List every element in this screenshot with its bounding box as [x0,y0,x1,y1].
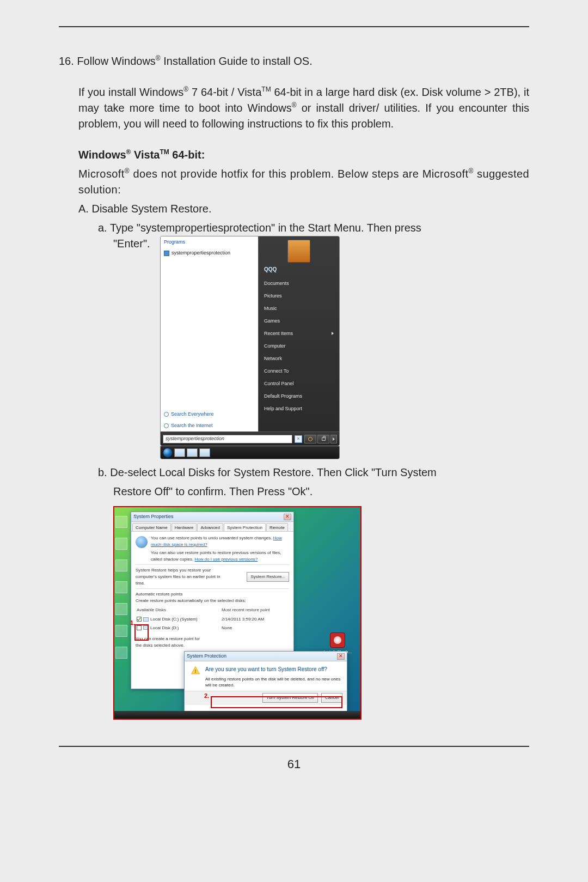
spacer [161,258,258,409]
sm-item-connect[interactable]: Connect To [259,365,339,378]
search-icon [164,412,169,417]
registered-mark: ® [125,167,130,175]
sm-item-help[interactable]: Help and Support [259,403,339,415]
intro-text: You can use restore points to undo unwan… [151,535,289,562]
tab-remote[interactable]: Remote [266,523,288,531]
search-internet[interactable]: Search the Internet [161,420,258,431]
sm-item-recent[interactable]: Recent Items [259,327,339,340]
sm-label: Control Panel [264,380,294,387]
taskbar-button[interactable] [187,448,198,457]
power-options-button[interactable] [330,435,337,443]
step-text-post: Installation Guide to install OS. [161,55,313,67]
user-name[interactable]: QQQ [259,264,339,277]
search-result[interactable]: systempropertiesprotection [161,248,258,258]
tab-computer-name[interactable]: Computer Name [132,523,171,531]
taskbar [160,446,340,459]
confirm-text: Are you sure you want to turn System Res… [205,666,341,689]
registered-mark: ® [156,54,161,62]
restore-row: System Restore helps you restore your co… [136,567,289,586]
search-input[interactable]: systempropertiesprotection [163,435,292,443]
separator [136,564,289,565]
window-titlebar: System Properties ✕ [131,512,293,522]
sm-item-pictures[interactable]: Pictures [259,290,339,302]
sm-item-network[interactable]: Network [259,352,339,365]
start-menu-left: Programs systempropertiesprotection Sear… [161,236,259,431]
step-number: 16. [59,55,74,67]
window-title: System Properties [133,513,174,520]
auto-header: Automatic restore points [136,591,289,598]
disk-c-label: Local Disk (C:) (System) [150,617,198,622]
confirm-dialog: System Protection ✕ ! Are you sure you w… [184,651,347,712]
vista-heading: Windows® VistaTM 64-bit: [78,147,529,163]
ms-b: does not provide hotfix for this problem… [130,168,468,180]
sm-item-computer[interactable]: Computer [259,340,339,352]
power-icon [308,437,313,441]
taskbar-button[interactable] [199,448,210,457]
start-menu-body: Programs systempropertiesprotection Sear… [161,236,339,431]
heading-post: 64-bit: [169,149,205,161]
desktop-icon[interactable] [115,647,127,659]
checkbox-c[interactable] [137,617,142,622]
desktop-icon[interactable] [115,559,127,571]
chevron-right-icon [332,332,334,335]
sm-item-controlpanel[interactable]: Control Panel [259,378,339,390]
desktop-icon[interactable] [115,516,127,528]
step-b-cont: Restore Off" to confirm. Then Press "Ok"… [113,484,529,500]
start-menu: Programs systempropertiesprotection Sear… [160,236,340,446]
taskbar-button[interactable] [174,448,185,457]
note-b: 7 64-bit / Vista [188,86,261,98]
sm-item-defaultprograms[interactable]: Default Programs [259,390,339,403]
start-orb[interactable] [163,448,173,458]
lock-icon [322,437,326,441]
tab-system-protection[interactable]: System Protection [224,523,266,531]
search-everywhere[interactable]: Search Everywhere [161,409,258,420]
desktop-icon[interactable] [115,603,127,615]
flash-icon [330,632,345,648]
install-note: If you install Windows® 7 64-bit / Vista… [78,84,529,132]
clear-search-button[interactable]: × [295,435,302,443]
confirm-detail: All existing restore points on the disk … [205,676,341,689]
page-number: 61 [59,756,529,773]
close-button[interactable]: ✕ [284,514,291,520]
step-a: a. Type "systempropertiesprotection" in … [98,220,529,236]
desktop-icon[interactable] [115,538,127,550]
tab-hardware[interactable]: Hardware [171,523,197,531]
disk-row-d: Local Disk (D:) None [137,624,288,632]
top-rule [59,26,529,27]
lock-button[interactable] [317,435,329,443]
document-page: 16. Follow Windows® Installation Guide t… [0,0,588,882]
registered-mark: ® [183,86,188,93]
start-menu-bottom: systempropertiesprotection × [161,431,339,446]
sm-item-documents[interactable]: Documents [259,277,339,290]
disk-row-c: Local Disk (C:) (System) 2/14/2011 3:59:… [137,616,288,623]
tab-advanced[interactable]: Advanced [197,523,223,531]
close-button[interactable]: ✕ [337,653,345,660]
sm-label: Connect To [264,368,289,375]
callout-2: 2. [204,692,209,701]
start-menu-right: QQQ Documents Pictures Music Games Recen… [259,236,339,431]
system-restore-button[interactable]: System Restore... [247,572,289,582]
desktop-icon[interactable] [115,625,127,637]
restore-icon [136,536,148,548]
sm-label: Network [264,355,282,362]
sm-label: Default Programs [264,393,302,400]
step-text-pre: Follow Windows [77,55,155,67]
warning-icon: ! [190,666,201,676]
sm-label: Documents [264,280,289,287]
sm-label: Computer [264,343,286,350]
desktop-icon[interactable] [115,581,127,593]
intro-row: You can use restore points to undo unwan… [136,535,289,562]
callout-box-2 [211,696,342,708]
intro-link-b[interactable]: How do I use previous versions? [195,557,258,562]
program-icon [164,251,169,256]
sm-label: Games [264,318,280,325]
sm-item-games[interactable]: Games [259,315,339,327]
col-recent: Most recent restore point [222,606,288,615]
desktop-icons-left [115,516,127,659]
callout-box-1 [134,624,149,641]
trademark: TM [261,86,271,93]
power-button[interactable] [304,435,316,443]
disk-c-value: 2/14/2011 3:59:20 AM [222,616,288,623]
sm-item-music[interactable]: Music [259,302,339,315]
bottom-rule [59,746,529,747]
